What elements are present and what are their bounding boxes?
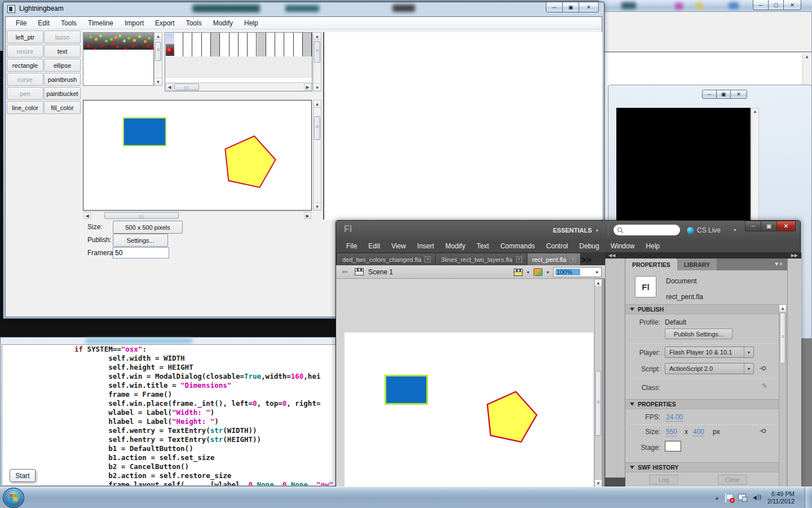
lightningbeam-titlebar[interactable]: Lightningbeam	[3, 2, 604, 16]
timeline-frame-9[interactable]	[248, 33, 257, 56]
lb-tool-fill_color[interactable]: fill_color	[44, 101, 81, 114]
timeline-frame-3[interactable]	[193, 33, 202, 56]
flash-menu-debug[interactable]: Debug	[573, 240, 604, 252]
lb-menu-2-tools[interactable]: Tools	[55, 18, 82, 28]
fps-value[interactable]: 24.00	[666, 413, 683, 422]
scrollbar-thumb[interactable]	[780, 313, 785, 364]
flash-menu-control[interactable]: Control	[541, 240, 574, 252]
log-button[interactable]: Log	[649, 475, 678, 485]
wrench-icon[interactable]: ⚲	[759, 428, 767, 434]
scrollbar-thumb[interactable]	[314, 116, 320, 140]
back-arrow-icon[interactable]: ⬅	[342, 268, 348, 276]
cs-live-button[interactable]: CS Live	[687, 225, 721, 236]
timeline-frame-1[interactable]	[174, 33, 183, 56]
scrollbar-thumb[interactable]	[595, 371, 601, 436]
scroll-up-icon[interactable]: ▲	[595, 279, 602, 287]
maximize-icon[interactable]: ▣	[562, 2, 579, 12]
timeline-frame-7[interactable]	[230, 33, 239, 56]
panel-dock-header[interactable]: ◀◀▶▶	[605, 252, 801, 259]
timeline-frame-14[interactable]	[294, 33, 303, 56]
flash-tab-3lines_rect_two_layers.fla[interactable]: 3lines_rect_two_layers.fla×	[436, 253, 527, 265]
collapse-panels-icon[interactable]: ◀◀	[608, 253, 615, 258]
volume-icon[interactable]: )‌)	[753, 494, 762, 502]
timeline-keyframe-strip[interactable]	[83, 33, 153, 50]
panel-menu-icon[interactable]: ▼≡	[774, 261, 783, 267]
publish-settings-button[interactable]: Settings...	[113, 234, 168, 247]
timeline-vertical-scrollbar[interactable]: ▲ ▼	[154, 32, 162, 86]
tab-library[interactable]: LIBRARY	[677, 259, 717, 270]
scrollbar-thumb[interactable]	[174, 84, 199, 90]
framerate-input[interactable]	[113, 247, 169, 259]
timeline-frame-11[interactable]	[266, 33, 275, 56]
frames-strip[interactable]	[165, 33, 312, 56]
tab-overflow-icon[interactable]: >>	[581, 255, 592, 265]
edit-symbols-icon[interactable]	[533, 268, 542, 276]
lb-tool-rectangle[interactable]: rectangle	[7, 59, 43, 72]
timeline-layers-panel[interactable]	[83, 32, 154, 86]
tab-close-icon[interactable]: ×	[570, 256, 576, 262]
lb-tool-lasso[interactable]: lasso	[44, 30, 81, 43]
publish-section-header[interactable]: PUBLISH	[625, 304, 779, 314]
minimize-icon[interactable]: ─	[546, 2, 563, 12]
frames-vertical-scrollbar[interactable]: ▲ ▼	[313, 32, 321, 91]
flash-titlebar[interactable]: Fl ESSENTIALS▼ CS Live ▼ ─ ▣ ✕	[336, 221, 800, 239]
flash-stage[interactable]	[345, 332, 593, 487]
lb-tool-ellipse[interactable]: ellipse	[44, 59, 81, 72]
zoom-control[interactable]: 100% ▼	[553, 267, 602, 277]
timeline-frames-panel[interactable]: ◀ ▶	[165, 32, 312, 91]
stage-vertical-scrollbar[interactable]: ▲ ▼	[594, 279, 602, 487]
lb-tool-paintbucket[interactable]: paintbucket	[44, 87, 81, 100]
flash-menu-insert[interactable]: Insert	[412, 240, 440, 252]
flash-menu-help[interactable]: Help	[640, 240, 665, 252]
close-icon[interactable]: ✕	[579, 2, 599, 12]
scroll-right-icon[interactable]: ▶	[304, 84, 311, 90]
lb-menu-5-export[interactable]: Export	[149, 18, 180, 28]
flash-menu-window[interactable]: Window	[605, 240, 641, 252]
canvas-blue-rectangle[interactable]	[123, 117, 166, 146]
scroll-down-icon[interactable]: ▼	[314, 84, 321, 91]
canvas-vertical-scrollbar[interactable]: ▲ ▼	[313, 100, 321, 211]
flash-menu-view[interactable]: View	[386, 240, 412, 252]
network-icon[interactable]	[738, 494, 747, 502]
scroll-left-icon[interactable]: ◀	[83, 212, 91, 219]
script-dropdown[interactable]: ActionScript 2.0▼	[665, 363, 754, 374]
lb-tool-pen[interactable]: pen	[7, 87, 43, 100]
size-button[interactable]: 500 x 500 pixels	[113, 221, 183, 234]
flash-tab-ded_two_colors_changed.fla[interactable]: ded_two_colors_changed.fla×	[337, 253, 436, 265]
close-icon[interactable]: ✕	[776, 221, 796, 231]
clock[interactable]: 6:49 PM 2/11/2012	[767, 491, 799, 505]
maximize-icon[interactable]: ▣	[716, 90, 731, 99]
code-editor-content[interactable]: if SYSTEM=="osx": self.width = WIDTH sel…	[2, 344, 337, 486]
stage-yellow-pentagon[interactable]	[483, 389, 538, 445]
flash-menu-modify[interactable]: Modify	[440, 240, 471, 252]
lb-menu-6-tools[interactable]: Tools	[180, 18, 208, 28]
flash-menu-file[interactable]: File	[341, 240, 363, 252]
lb-tool-line_color[interactable]: line_color	[7, 101, 43, 114]
frames-horizontal-scrollbar[interactable]: ◀ ▶	[165, 82, 312, 91]
expand-panels-icon[interactable]: ▶▶	[791, 253, 798, 258]
close-icon[interactable]: ✕	[730, 90, 747, 99]
lb-menu-7-modify[interactable]: Modify	[208, 18, 239, 28]
clear-button[interactable]: Clear	[718, 475, 747, 485]
panel-scrollbar[interactable]: ▲ ▼	[779, 304, 787, 508]
show-hidden-icons-button[interactable]: ▲	[714, 495, 720, 501]
minimize-icon[interactable]: ─	[745, 221, 761, 231]
timeline-frame-4[interactable]	[202, 33, 211, 56]
scroll-down-icon[interactable]: ▼	[595, 479, 602, 487]
flash-menu-edit[interactable]: Edit	[363, 240, 386, 252]
lb-tool-text[interactable]: text	[44, 45, 81, 58]
lightningbeam-canvas[interactable]	[83, 100, 312, 211]
scroll-up-icon[interactable]: ▲	[779, 305, 786, 312]
flash-tab-rect_pent.fla[interactable]: rect_pent.fla×	[527, 253, 581, 265]
lb-tool-left_ptr[interactable]: left_ptr	[7, 30, 43, 43]
chevron-down-icon[interactable]: ▼	[733, 228, 737, 232]
scroll-left-icon[interactable]: ◀	[166, 84, 173, 90]
lb-menu-3-timeline[interactable]: Timeline	[82, 18, 119, 28]
stage-width-value[interactable]: 550	[666, 428, 677, 436]
scrollbar-thumb[interactable]	[155, 42, 161, 61]
tab-close-icon[interactable]: ×	[425, 256, 431, 262]
lb-menu-4-import[interactable]: Import	[119, 18, 149, 28]
search-input[interactable]	[614, 225, 680, 235]
zoom-value[interactable]: 100%	[555, 269, 580, 275]
start-button[interactable]	[3, 488, 24, 508]
